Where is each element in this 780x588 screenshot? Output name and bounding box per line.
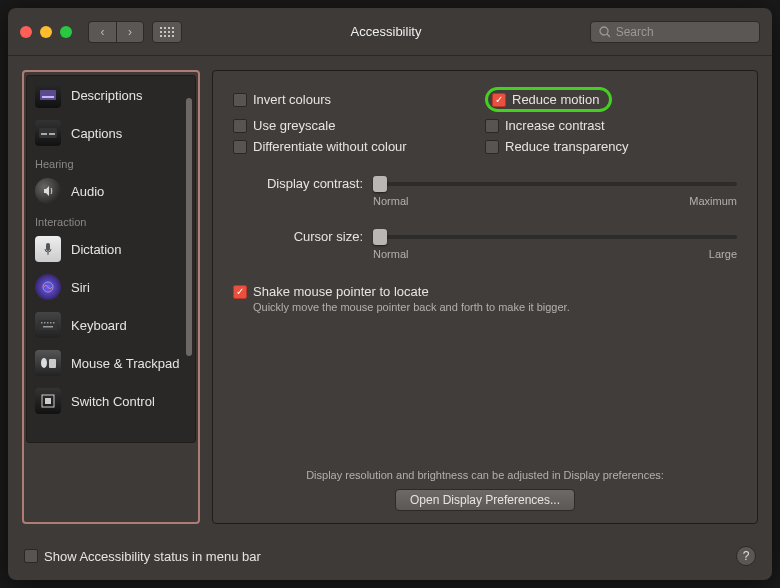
open-display-preferences-button[interactable]: Open Display Preferences... xyxy=(395,489,575,511)
category-sidebar: Descriptions Captions Hearing Audio xyxy=(26,75,196,443)
svg-rect-26 xyxy=(50,322,52,324)
svg-rect-18 xyxy=(49,133,55,135)
svg-rect-2 xyxy=(168,27,170,29)
increase-contrast-checkbox[interactable]: ✓ Increase contrast xyxy=(485,118,737,133)
sidebar-section-interaction: Interaction xyxy=(27,210,195,230)
scrollbar-thumb[interactable] xyxy=(186,98,192,356)
sidebar-item-keyboard[interactable]: Keyboard xyxy=(27,306,195,344)
svg-rect-24 xyxy=(44,322,46,324)
window-title: Accessibility xyxy=(190,24,582,39)
checkbox-label: Differentiate without colour xyxy=(253,139,407,154)
checkbox-box: ✓ xyxy=(233,285,247,299)
svg-rect-28 xyxy=(43,326,53,328)
checkbox-box: ✓ xyxy=(233,119,247,133)
checkbox-box: ✓ xyxy=(485,119,499,133)
sidebar-item-label: Dictation xyxy=(71,242,122,257)
titlebar: ‹ › Accessibility xyxy=(8,8,772,56)
checkbox-box: ✓ xyxy=(492,93,506,107)
checkbox-box: ✓ xyxy=(233,93,247,107)
checkbox-box: ✓ xyxy=(24,549,38,563)
keyboard-icon xyxy=(35,312,61,338)
svg-rect-9 xyxy=(164,35,166,37)
svg-rect-23 xyxy=(41,322,43,324)
display-contrast-block: Display contrast: Normal Maximum xyxy=(233,176,737,207)
cursor-size-slider[interactable] xyxy=(373,235,737,239)
svg-rect-8 xyxy=(160,35,162,37)
forward-button[interactable]: › xyxy=(116,21,144,43)
sidebar-item-switch-control[interactable]: Switch Control xyxy=(27,382,195,420)
back-button[interactable]: ‹ xyxy=(88,21,116,43)
sidebar-item-label: Switch Control xyxy=(71,394,155,409)
sidebar-item-dictation[interactable]: Dictation xyxy=(27,230,195,268)
captions-icon xyxy=(35,120,61,146)
svg-rect-11 xyxy=(172,35,174,37)
shake-pointer-description: Quickly move the mouse pointer back and … xyxy=(253,301,737,313)
use-greyscale-checkbox[interactable]: ✓ Use greyscale xyxy=(233,118,485,133)
svg-rect-30 xyxy=(49,359,56,368)
sidebar-scroll[interactable]: Descriptions Captions Hearing Audio xyxy=(27,76,195,442)
footer: ✓ Show Accessibility status in menu bar … xyxy=(8,538,772,580)
sidebar-item-label: Audio xyxy=(71,184,104,199)
settings-panel: ✓ Invert colours ✓ Reduce motion ✓ Use g… xyxy=(212,70,758,524)
checkbox-label: Use greyscale xyxy=(253,118,335,133)
sidebar-item-audio[interactable]: Audio xyxy=(27,172,195,210)
slider-thumb[interactable] xyxy=(373,229,387,245)
svg-rect-22 xyxy=(39,320,57,330)
window-controls xyxy=(20,26,72,38)
reduce-motion-checkbox[interactable]: ✓ Reduce motion xyxy=(492,92,599,107)
svg-rect-7 xyxy=(172,31,174,33)
sidebar-item-label: Keyboard xyxy=(71,318,127,333)
svg-rect-32 xyxy=(45,398,51,404)
checkbox-box: ✓ xyxy=(233,140,247,154)
differentiate-checkbox[interactable]: ✓ Differentiate without colour xyxy=(233,139,485,154)
svg-rect-1 xyxy=(164,27,166,29)
siri-icon xyxy=(35,274,61,300)
switch-control-icon xyxy=(35,388,61,414)
sidebar-item-mouse-trackpad[interactable]: Mouse & Trackpad xyxy=(27,344,195,382)
svg-rect-14 xyxy=(40,90,56,100)
search-field[interactable] xyxy=(590,21,760,43)
display-contrast-scale: Normal Maximum xyxy=(373,195,737,207)
zoom-window-button[interactable] xyxy=(60,26,72,38)
invert-colours-checkbox[interactable]: ✓ Invert colours xyxy=(233,87,485,112)
help-button[interactable]: ? xyxy=(736,546,756,566)
checkbox-box: ✓ xyxy=(485,140,499,154)
checkbox-label: Show Accessibility status in menu bar xyxy=(44,549,261,564)
svg-point-12 xyxy=(600,27,608,35)
reduce-transparency-checkbox[interactable]: ✓ Reduce transparency xyxy=(485,139,737,154)
sidebar-item-label: Descriptions xyxy=(71,88,143,103)
svg-rect-5 xyxy=(164,31,166,33)
cursor-size-scale: Normal Large xyxy=(373,248,737,260)
help-icon: ? xyxy=(743,549,750,563)
sidebar-scrollbar[interactable] xyxy=(185,80,193,438)
sidebar-item-siri[interactable]: Siri xyxy=(27,268,195,306)
sidebar-item-captions[interactable]: Captions xyxy=(27,114,195,152)
minimize-window-button[interactable] xyxy=(40,26,52,38)
chevron-left-icon: ‹ xyxy=(101,25,105,39)
svg-rect-10 xyxy=(168,35,170,37)
scale-max: Maximum xyxy=(689,195,737,207)
svg-rect-17 xyxy=(41,133,47,135)
checkbox-label: Increase contrast xyxy=(505,118,605,133)
display-contrast-slider[interactable] xyxy=(373,182,737,186)
checkbox-label: Reduce transparency xyxy=(505,139,629,154)
slider-thumb[interactable] xyxy=(373,176,387,192)
search-input[interactable] xyxy=(616,25,751,39)
close-window-button[interactable] xyxy=(20,26,32,38)
shake-pointer-block: ✓ Shake mouse pointer to locate Quickly … xyxy=(233,284,737,313)
mouse-trackpad-icon xyxy=(35,350,61,376)
sidebar-item-descriptions[interactable]: Descriptions xyxy=(27,76,195,114)
content-area: Descriptions Captions Hearing Audio xyxy=(8,56,772,538)
scale-min: Normal xyxy=(373,195,408,207)
reduce-motion-highlight: ✓ Reduce motion xyxy=(485,87,612,112)
show-status-checkbox[interactable]: ✓ Show Accessibility status in menu bar xyxy=(24,549,261,564)
shake-pointer-checkbox[interactable]: ✓ Shake mouse pointer to locate xyxy=(233,284,737,299)
svg-rect-25 xyxy=(47,322,49,324)
sidebar-item-label: Captions xyxy=(71,126,122,141)
dictation-icon xyxy=(35,236,61,262)
sidebar-item-label: Mouse & Trackpad xyxy=(71,356,179,371)
audio-icon xyxy=(35,178,61,204)
sidebar-section-hearing: Hearing xyxy=(27,152,195,172)
show-all-button[interactable] xyxy=(152,21,182,43)
svg-rect-19 xyxy=(46,243,50,251)
